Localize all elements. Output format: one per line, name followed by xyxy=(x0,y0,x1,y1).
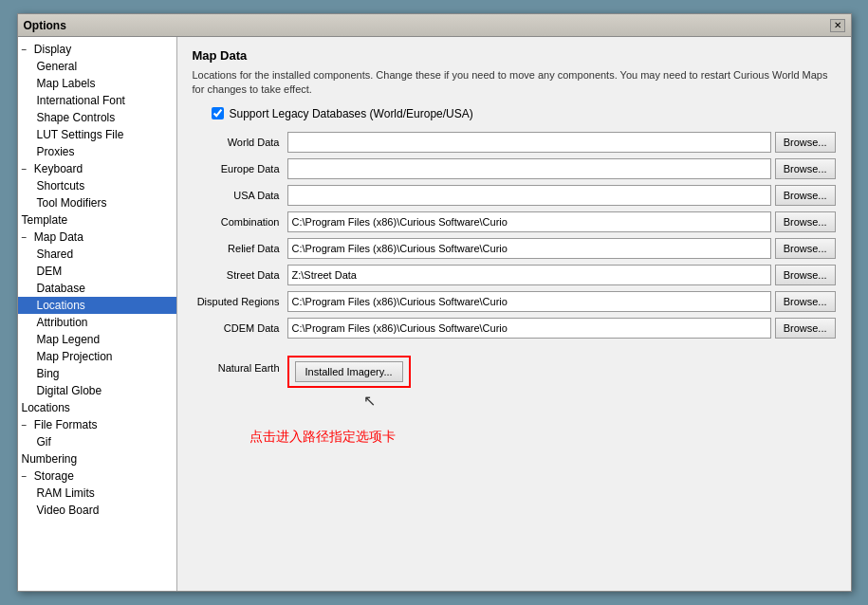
disputed-regions-browse[interactable]: Browse... xyxy=(775,291,836,312)
close-button[interactable]: ✕ xyxy=(830,19,845,32)
sidebar-item-digital-globe[interactable]: Digital Globe xyxy=(18,382,176,399)
cdem-data-row: CDEM Data Browse... xyxy=(193,318,836,339)
usa-data-browse[interactable]: Browse... xyxy=(775,185,836,206)
sidebar-item-template[interactable]: Template xyxy=(18,211,176,229)
legacy-checkbox-label: Support Legacy Databases (World/Europe/U… xyxy=(230,107,473,120)
sidebar-item-keyboard[interactable]: − Keyboard xyxy=(18,160,176,177)
sidebar-item-shared[interactable]: Shared xyxy=(18,246,176,263)
natural-earth-section: Natural Earth Installed Imagery... xyxy=(193,348,836,388)
street-data-label: Street Data xyxy=(193,269,287,281)
world-data-browse[interactable]: Browse... xyxy=(775,132,836,153)
cdem-data-browse[interactable]: Browse... xyxy=(775,318,836,339)
combination-input[interactable] xyxy=(287,211,771,232)
usa-data-row: USA Data Browse... xyxy=(193,185,836,206)
relief-data-input[interactable] xyxy=(287,238,771,259)
street-data-input[interactable] xyxy=(287,265,771,285)
legacy-checkbox-row: Support Legacy Databases (World/Europe/U… xyxy=(193,107,836,120)
sidebar-item-ram-limits[interactable]: RAM Limits xyxy=(18,485,176,502)
sidebar-item-general[interactable]: General xyxy=(18,58,176,75)
usa-data-label: USA Data xyxy=(193,190,287,201)
cursor-icon: ↖ xyxy=(363,392,376,410)
options-window: Options ✕ − Display General Map Labels I… xyxy=(17,13,852,592)
main-panel: Map Data Locations for the installed com… xyxy=(177,37,851,591)
legacy-checkbox[interactable] xyxy=(212,107,224,119)
annotation-text: 点击进入路径指定选项卡 xyxy=(193,429,836,446)
sidebar: − Display General Map Labels Internation… xyxy=(18,37,177,591)
sidebar-item-map-projection[interactable]: Map Projection xyxy=(18,348,176,365)
combination-row: Combination Browse... xyxy=(193,211,836,232)
title-bar: Options ✕ xyxy=(18,14,851,37)
relief-data-label: Relief Data xyxy=(193,243,287,254)
sidebar-item-dem[interactable]: DEM xyxy=(18,263,176,280)
cdem-data-input[interactable] xyxy=(287,318,771,339)
disputed-regions-row: Disputed Regions Browse... xyxy=(193,291,836,312)
street-data-browse[interactable]: Browse... xyxy=(775,265,836,285)
installed-imagery-container: Installed Imagery... xyxy=(287,356,411,388)
sidebar-item-display[interactable]: − Display xyxy=(18,41,176,58)
europe-data-row: Europe Data Browse... xyxy=(193,158,836,179)
sidebar-item-map-legend[interactable]: Map Legend xyxy=(18,331,176,348)
sidebar-item-locations2[interactable]: Locations xyxy=(18,399,176,416)
world-data-row: World Data Browse... xyxy=(193,132,836,153)
street-data-row: Street Data Browse... xyxy=(193,265,836,285)
sidebar-item-bing[interactable]: Bing xyxy=(18,365,176,382)
sidebar-item-proxies[interactable]: Proxies xyxy=(18,143,176,160)
sidebar-item-database[interactable]: Database xyxy=(18,280,176,297)
sidebar-item-shape-controls[interactable]: Shape Controls xyxy=(18,109,176,126)
sidebar-item-international-font[interactable]: International Font xyxy=(18,92,176,109)
sidebar-item-map-data[interactable]: − Map Data xyxy=(18,229,176,246)
main-content: − Display General Map Labels Internation… xyxy=(18,37,851,591)
europe-data-browse[interactable]: Browse... xyxy=(775,158,836,179)
sidebar-item-lut-settings[interactable]: LUT Settings File xyxy=(18,126,176,143)
section-title: Map Data xyxy=(193,48,836,63)
world-data-input[interactable] xyxy=(287,132,771,153)
relief-data-browse[interactable]: Browse... xyxy=(775,238,836,259)
combination-browse[interactable]: Browse... xyxy=(775,211,836,232)
combination-label: Combination xyxy=(193,216,287,228)
sidebar-item-tool-modifiers[interactable]: Tool Modifiers xyxy=(18,194,176,211)
sidebar-item-numbering[interactable]: Numbering xyxy=(18,450,176,468)
europe-data-input[interactable] xyxy=(287,158,771,179)
sidebar-item-gif[interactable]: Gif xyxy=(18,433,176,450)
sidebar-item-shortcuts[interactable]: Shortcuts xyxy=(18,177,176,194)
sidebar-item-attribution[interactable]: Attribution xyxy=(18,314,176,331)
sidebar-item-map-labels[interactable]: Map Labels xyxy=(18,75,176,92)
sidebar-item-storage[interactable]: − Storage xyxy=(18,468,176,485)
cursor-row: ↖ xyxy=(193,392,836,410)
disputed-regions-input[interactable] xyxy=(287,291,771,312)
description: Locations for the installed components. … xyxy=(193,68,836,98)
world-data-label: World Data xyxy=(193,137,287,148)
usa-data-input[interactable] xyxy=(287,185,771,206)
natural-earth-label: Natural Earth xyxy=(193,362,287,374)
relief-data-row: Relief Data Browse... xyxy=(193,238,836,259)
europe-data-label: Europe Data xyxy=(193,163,287,174)
sidebar-item-locations[interactable]: Locations xyxy=(18,297,176,314)
sidebar-item-file-formats[interactable]: − File Formats xyxy=(18,416,176,433)
cdem-data-label: CDEM Data xyxy=(193,322,287,334)
disputed-regions-label: Disputed Regions xyxy=(193,296,287,307)
sidebar-item-video-board[interactable]: Video Board xyxy=(18,502,176,519)
window-title: Options xyxy=(24,19,66,32)
installed-imagery-button[interactable]: Installed Imagery... xyxy=(295,361,403,382)
